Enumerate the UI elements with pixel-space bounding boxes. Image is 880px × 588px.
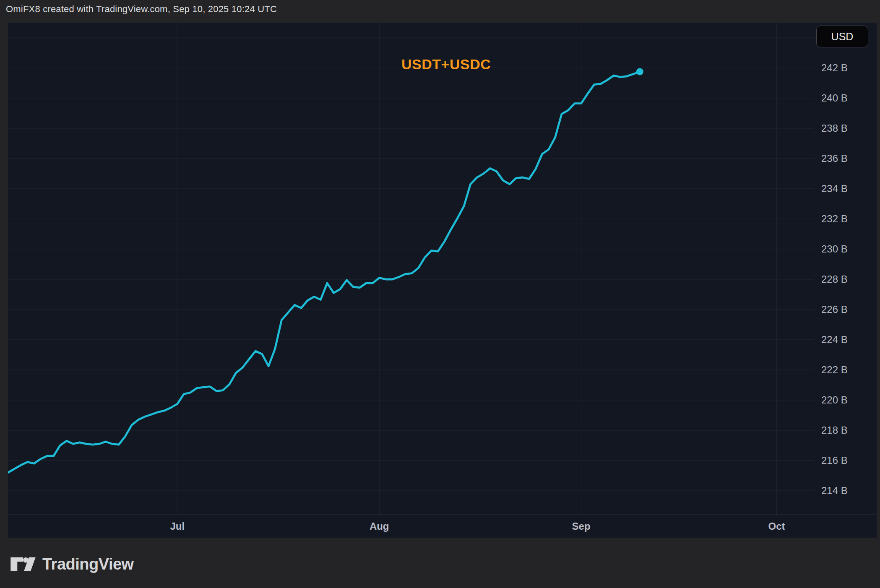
attribution-text: OmiFX8 created with TradingView.com, Sep… [6, 4, 277, 15]
price-axis-label: 228 B [821, 273, 848, 286]
time-axis-label: Sep [565, 520, 598, 532]
chart-widget: USDT+USDC USD 242 B240 B238 B236 B234 B2… [8, 23, 877, 538]
price-axis-label: 220 B [821, 394, 848, 406]
time-axis-label: Jul [161, 520, 194, 532]
time-axis-border [8, 515, 877, 515]
price-axis-label: 226 B [821, 303, 848, 316]
price-axis-label: 234 B [821, 182, 848, 195]
series-line [8, 72, 640, 473]
series-annotation-label: USDT+USDC [401, 56, 491, 73]
last-value-marker [636, 68, 643, 75]
brand-name: TradingView [42, 555, 134, 573]
snapshot-page: OmiFX8 created with TradingView.com, Sep… [0, 0, 880, 588]
time-axis-label: Aug [362, 520, 396, 532]
price-line-chart [8, 23, 814, 515]
tradingview-logo-icon [10, 557, 36, 571]
price-axis-label: 242 B [821, 62, 848, 74]
price-axis-label: 218 B [821, 424, 848, 437]
footer: TradingView [10, 552, 134, 576]
price-axis-label: 236 B [821, 152, 848, 165]
price-axis-border [814, 23, 814, 538]
price-axis-label: 222 B [821, 364, 848, 376]
price-axis[interactable]: USD 242 B240 B238 B236 B234 B232 B230 B2… [814, 23, 877, 538]
currency-toggle-button[interactable]: USD [816, 26, 868, 47]
price-axis-label: 216 B [821, 454, 848, 467]
price-axis-label: 238 B [821, 122, 848, 135]
time-axis[interactable]: JulAugSepOct [8, 515, 814, 538]
price-axis-label: 240 B [821, 92, 848, 104]
price-axis-label: 232 B [821, 213, 848, 225]
price-axis-label: 224 B [821, 333, 848, 346]
price-axis-label: 214 B [821, 484, 848, 497]
time-axis-label: Oct [760, 520, 794, 532]
price-axis-label: 230 B [821, 243, 848, 255]
chart-plot-area[interactable]: USDT+USDC [8, 23, 814, 515]
